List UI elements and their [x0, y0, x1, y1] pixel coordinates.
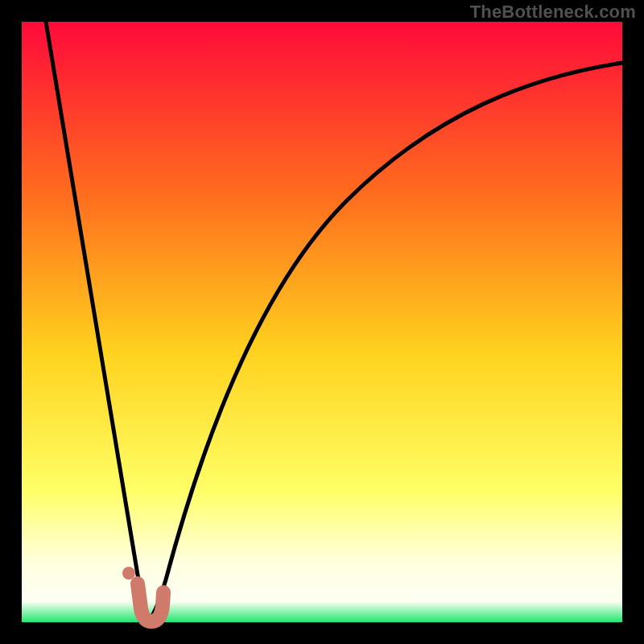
chart-container: { "watermark": "TheBottleneck.com", "pal…: [0, 0, 644, 644]
optimum-dot: [122, 567, 135, 580]
bottleneck-chart: [0, 0, 644, 644]
chart-plot-area: [22, 22, 622, 622]
